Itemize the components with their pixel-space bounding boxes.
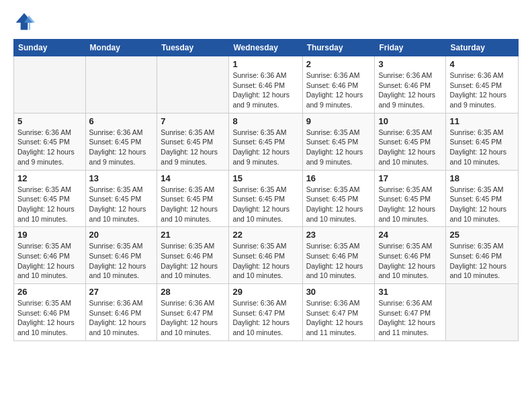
day-number: 12 — [17, 173, 82, 183]
day-number: 15 — [232, 173, 298, 183]
day-number: 23 — [306, 230, 371, 240]
day-info: Sunrise: 6:35 AM Sunset: 6:46 PM Dayligh… — [378, 241, 442, 281]
day-number: 1 — [232, 59, 298, 69]
day-number: 14 — [161, 173, 225, 183]
day-number: 16 — [306, 173, 371, 183]
day-number: 25 — [449, 230, 515, 240]
page: SundayMondayTuesdayWednesdayThursdayFrid… — [0, 0, 532, 411]
calendar-cell: 20Sunrise: 6:35 AM Sunset: 6:46 PM Dayli… — [85, 227, 157, 284]
calendar-cell: 18Sunrise: 6:35 AM Sunset: 6:45 PM Dayli… — [446, 170, 519, 227]
day-number: 26 — [17, 287, 82, 297]
calendar-cell: 28Sunrise: 6:36 AM Sunset: 6:47 PM Dayli… — [157, 284, 229, 341]
calendar-cell: 5Sunrise: 6:36 AM Sunset: 6:45 PM Daylig… — [14, 113, 86, 170]
calendar-cell: 26Sunrise: 6:35 AM Sunset: 6:46 PM Dayli… — [14, 284, 86, 341]
weekday-header-monday: Monday — [85, 40, 157, 56]
day-number: 5 — [17, 116, 82, 126]
logo — [13, 11, 38, 32]
day-info: Sunrise: 6:35 AM Sunset: 6:45 PM Dayligh… — [161, 128, 225, 167]
weekday-header-wednesday: Wednesday — [229, 40, 302, 56]
weekday-header-sunday: Sunday — [14, 40, 86, 56]
calendar-cell: 8Sunrise: 6:35 AM Sunset: 6:45 PM Daylig… — [229, 113, 302, 170]
day-info: Sunrise: 6:36 AM Sunset: 6:47 PM Dayligh… — [161, 298, 225, 338]
day-number: 11 — [449, 116, 515, 126]
calendar-cell — [446, 284, 519, 341]
calendar-cell: 13Sunrise: 6:35 AM Sunset: 6:45 PM Dayli… — [85, 170, 157, 227]
day-info: Sunrise: 6:35 AM Sunset: 6:46 PM Dayligh… — [306, 241, 371, 281]
day-number: 10 — [378, 116, 442, 126]
calendar-cell: 24Sunrise: 6:35 AM Sunset: 6:46 PM Dayli… — [375, 227, 446, 284]
calendar-cell: 1Sunrise: 6:36 AM Sunset: 6:46 PM Daylig… — [229, 56, 302, 113]
day-info: Sunrise: 6:36 AM Sunset: 6:47 PM Dayligh… — [232, 298, 298, 338]
calendar-cell: 15Sunrise: 6:35 AM Sunset: 6:45 PM Dayli… — [229, 170, 302, 227]
calendar-cell: 16Sunrise: 6:35 AM Sunset: 6:45 PM Dayli… — [302, 170, 375, 227]
calendar-cell — [14, 56, 86, 113]
day-info: Sunrise: 6:36 AM Sunset: 6:45 PM Dayligh… — [17, 128, 82, 167]
day-number: 18 — [449, 173, 515, 183]
calendar-cell: 14Sunrise: 6:35 AM Sunset: 6:45 PM Dayli… — [157, 170, 229, 227]
weekday-header-tuesday: Tuesday — [157, 40, 229, 56]
calendar-cell: 22Sunrise: 6:35 AM Sunset: 6:46 PM Dayli… — [229, 227, 302, 284]
day-info: Sunrise: 6:35 AM Sunset: 6:45 PM Dayligh… — [378, 185, 442, 224]
day-number: 20 — [89, 230, 154, 240]
calendar-cell — [85, 56, 157, 113]
day-info: Sunrise: 6:35 AM Sunset: 6:45 PM Dayligh… — [378, 128, 442, 167]
calendar-cell: 9Sunrise: 6:35 AM Sunset: 6:45 PM Daylig… — [302, 113, 375, 170]
calendar-cell: 30Sunrise: 6:36 AM Sunset: 6:47 PM Dayli… — [302, 284, 375, 341]
day-info: Sunrise: 6:35 AM Sunset: 6:45 PM Dayligh… — [232, 185, 298, 224]
calendar-week-row: 5Sunrise: 6:36 AM Sunset: 6:45 PM Daylig… — [14, 113, 519, 170]
day-number: 8 — [232, 116, 298, 126]
calendar-cell: 4Sunrise: 6:36 AM Sunset: 6:45 PM Daylig… — [446, 56, 519, 113]
day-number: 22 — [232, 230, 298, 240]
day-info: Sunrise: 6:35 AM Sunset: 6:45 PM Dayligh… — [17, 185, 82, 224]
day-number: 21 — [161, 230, 225, 240]
calendar-cell: 12Sunrise: 6:35 AM Sunset: 6:45 PM Dayli… — [14, 170, 86, 227]
day-number: 28 — [161, 287, 225, 297]
logo-icon — [13, 11, 35, 32]
day-number: 29 — [232, 287, 298, 297]
day-number: 17 — [378, 173, 442, 183]
day-number: 27 — [89, 287, 154, 297]
calendar-cell: 31Sunrise: 6:36 AM Sunset: 6:47 PM Dayli… — [375, 284, 446, 341]
day-info: Sunrise: 6:36 AM Sunset: 6:45 PM Dayligh… — [89, 128, 154, 167]
calendar-week-row: 12Sunrise: 6:35 AM Sunset: 6:45 PM Dayli… — [14, 170, 519, 227]
day-number: 19 — [17, 230, 82, 240]
day-info: Sunrise: 6:35 AM Sunset: 6:45 PM Dayligh… — [306, 128, 371, 167]
day-info: Sunrise: 6:35 AM Sunset: 6:46 PM Dayligh… — [17, 241, 82, 281]
day-info: Sunrise: 6:36 AM Sunset: 6:46 PM Dayligh… — [306, 71, 371, 110]
calendar-cell: 6Sunrise: 6:36 AM Sunset: 6:45 PM Daylig… — [85, 113, 157, 170]
day-number: 24 — [378, 230, 442, 240]
day-info: Sunrise: 6:35 AM Sunset: 6:46 PM Dayligh… — [89, 241, 154, 281]
calendar-cell: 21Sunrise: 6:35 AM Sunset: 6:46 PM Dayli… — [157, 227, 229, 284]
day-info: Sunrise: 6:35 AM Sunset: 6:45 PM Dayligh… — [232, 128, 298, 167]
calendar-cell: 2Sunrise: 6:36 AM Sunset: 6:46 PM Daylig… — [302, 56, 375, 113]
calendar-cell: 7Sunrise: 6:35 AM Sunset: 6:45 PM Daylig… — [157, 113, 229, 170]
day-number: 7 — [161, 116, 225, 126]
day-number: 30 — [306, 287, 371, 297]
day-info: Sunrise: 6:35 AM Sunset: 6:45 PM Dayligh… — [89, 185, 154, 224]
day-info: Sunrise: 6:35 AM Sunset: 6:45 PM Dayligh… — [449, 185, 515, 224]
calendar-cell: 27Sunrise: 6:36 AM Sunset: 6:46 PM Dayli… — [85, 284, 157, 341]
day-info: Sunrise: 6:36 AM Sunset: 6:45 PM Dayligh… — [449, 71, 515, 110]
day-info: Sunrise: 6:35 AM Sunset: 6:46 PM Dayligh… — [17, 298, 82, 338]
calendar-cell: 29Sunrise: 6:36 AM Sunset: 6:47 PM Dayli… — [229, 284, 302, 341]
calendar-cell: 17Sunrise: 6:35 AM Sunset: 6:45 PM Dayli… — [375, 170, 446, 227]
calendar-week-row: 19Sunrise: 6:35 AM Sunset: 6:46 PM Dayli… — [14, 227, 519, 284]
day-number: 13 — [89, 173, 154, 183]
day-number: 4 — [449, 59, 515, 69]
calendar-table: SundayMondayTuesdayWednesdayThursdayFrid… — [13, 39, 519, 341]
day-info: Sunrise: 6:36 AM Sunset: 6:46 PM Dayligh… — [89, 298, 154, 338]
day-info: Sunrise: 6:36 AM Sunset: 6:46 PM Dayligh… — [378, 71, 442, 110]
calendar-week-row: 1Sunrise: 6:36 AM Sunset: 6:46 PM Daylig… — [14, 56, 519, 113]
day-info: Sunrise: 6:35 AM Sunset: 6:45 PM Dayligh… — [449, 128, 515, 167]
calendar-cell: 10Sunrise: 6:35 AM Sunset: 6:45 PM Dayli… — [375, 113, 446, 170]
day-number: 6 — [89, 116, 154, 126]
day-info: Sunrise: 6:35 AM Sunset: 6:45 PM Dayligh… — [306, 185, 371, 224]
calendar-cell: 23Sunrise: 6:35 AM Sunset: 6:46 PM Dayli… — [302, 227, 375, 284]
calendar-cell: 19Sunrise: 6:35 AM Sunset: 6:46 PM Dayli… — [14, 227, 86, 284]
day-number: 2 — [306, 59, 371, 69]
calendar-cell: 3Sunrise: 6:36 AM Sunset: 6:46 PM Daylig… — [375, 56, 446, 113]
calendar-cell: 11Sunrise: 6:35 AM Sunset: 6:45 PM Dayli… — [446, 113, 519, 170]
weekday-header-saturday: Saturday — [446, 40, 519, 56]
day-number: 9 — [306, 116, 371, 126]
day-info: Sunrise: 6:36 AM Sunset: 6:47 PM Dayligh… — [306, 298, 371, 338]
